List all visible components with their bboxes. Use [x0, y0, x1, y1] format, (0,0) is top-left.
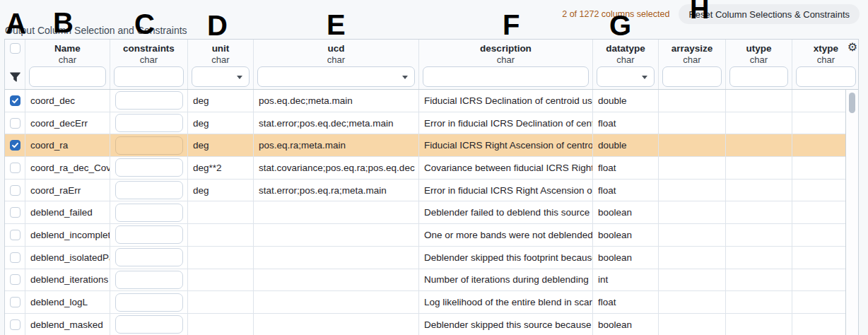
- column-type: char: [726, 54, 792, 66]
- column-label: unit: [188, 42, 253, 54]
- cell-xtype: [792, 201, 847, 223]
- table-row[interactable]: coord_ra_dec_Cov deg**2 stat.covariance;…: [5, 157, 847, 180]
- cell-arraysize: [659, 201, 726, 223]
- cell-description: Error in fiducial ICRS Declination of ce…: [419, 112, 593, 134]
- datatype-filter-dropdown[interactable]: [597, 66, 655, 87]
- column-header-ucd: ucd char: [254, 40, 419, 89]
- gear-icon[interactable]: ⚙: [846, 40, 859, 54]
- ucd-filter-dropdown[interactable]: [257, 66, 415, 87]
- cell-description: Error in fiducial ICRS Right Ascension o…: [419, 180, 593, 201]
- constraints-filter-input[interactable]: [114, 66, 184, 87]
- cell-name: deblend_isolatedParent: [25, 247, 110, 269]
- constraint-input[interactable]: [115, 158, 183, 177]
- scrollbar-thumb[interactable]: [849, 93, 855, 113]
- constraint-input[interactable]: [115, 204, 183, 222]
- column-type: char: [419, 54, 592, 66]
- utype-filter-input[interactable]: [729, 66, 788, 87]
- cell-utype: [726, 269, 792, 291]
- cell-constraints: [110, 90, 188, 112]
- cell-datatype: float: [593, 180, 659, 201]
- constraint-input[interactable]: [115, 181, 183, 199]
- filter-icon[interactable]: [9, 71, 21, 83]
- som-label-D: D: [207, 11, 228, 40]
- constraint-input[interactable]: [115, 248, 183, 266]
- column-type: char: [593, 54, 658, 66]
- cell-unit: [188, 314, 254, 335]
- cell-utype: [726, 201, 792, 223]
- cell-datatype: float: [593, 112, 659, 134]
- column-label: ucd: [254, 42, 418, 54]
- selected-count: 2 of 1272 columns selected: [562, 9, 669, 19]
- cell-unit: [188, 201, 254, 223]
- column-label: constraints: [110, 42, 187, 54]
- cell-unit: deg**2: [188, 157, 254, 179]
- cell-xtype: [792, 90, 847, 112]
- column-type: char: [110, 54, 187, 66]
- name-filter-input[interactable]: [29, 66, 106, 87]
- cell-datatype: double: [593, 90, 659, 112]
- column-label: arraysize: [659, 42, 725, 54]
- table-row[interactable]: deblend_masked Deblender skipped this so…: [5, 314, 847, 335]
- reset-column-selections-button[interactable]: Reset Column Selections & Constraints: [679, 4, 860, 24]
- constraint-input[interactable]: [115, 293, 183, 312]
- row-checkbox[interactable]: [10, 297, 20, 307]
- row-checkbox[interactable]: [10, 252, 20, 263]
- row-checkbox[interactable]: [10, 185, 20, 196]
- xtype-filter-input[interactable]: [796, 66, 856, 87]
- table-row[interactable]: deblend_logL Log likelihood of the entir…: [5, 291, 847, 314]
- cell-datatype: float: [593, 291, 659, 313]
- row-checkbox[interactable]: [10, 207, 20, 218]
- column-header-constraints: constraints char: [110, 40, 188, 89]
- cell-arraysize: [659, 157, 726, 179]
- cell-constraints: [110, 157, 188, 179]
- table-row[interactable]: deblend_incompleteData One or more bands…: [5, 224, 847, 247]
- cell-arraysize: [659, 247, 726, 269]
- row-checkbox[interactable]: [10, 163, 20, 173]
- som-label-E: E: [327, 11, 346, 39]
- column-header-datatype: datatype char: [593, 40, 659, 89]
- constraint-input[interactable]: [115, 225, 183, 244]
- table-row[interactable]: coord_ra deg pos.eq.ra;meta.main Fiducia…: [5, 134, 847, 157]
- cell-utype: [726, 224, 792, 246]
- table-row[interactable]: deblend_failed Deblender failed to deble…: [5, 201, 847, 224]
- table-row[interactable]: deblend_iterations Number of iterations …: [5, 269, 847, 292]
- row-checkbox[interactable]: [10, 95, 20, 106]
- row-checkbox[interactable]: [10, 319, 20, 330]
- row-checkbox[interactable]: [10, 140, 20, 151]
- cell-ucd: [254, 224, 419, 246]
- description-filter-input[interactable]: [423, 66, 589, 87]
- table-row[interactable]: coord_decErr deg stat.error;pos.eq.dec;m…: [5, 112, 847, 135]
- cell-arraysize: [659, 224, 726, 246]
- constraint-input[interactable]: [115, 91, 183, 110]
- table-row[interactable]: coord_dec deg pos.eq.dec;meta.main Fiduc…: [5, 90, 847, 112]
- cell-name: deblend_masked: [25, 314, 110, 335]
- cell-utype: [726, 247, 792, 269]
- cell-datatype: boolean: [593, 224, 659, 246]
- cell-name: deblend_logL: [25, 291, 110, 313]
- unit-filter-dropdown[interactable]: [192, 66, 250, 87]
- row-checkbox[interactable]: [10, 230, 20, 240]
- row-checkbox[interactable]: [10, 274, 20, 285]
- constraint-input[interactable]: [115, 114, 183, 132]
- cell-arraysize: [659, 112, 726, 134]
- cell-description: Covariance between fiducial ICRS Right A…: [419, 157, 593, 179]
- som-label-F: F: [503, 11, 520, 39]
- constraint-input[interactable]: [115, 315, 183, 334]
- column-type: char: [792, 54, 859, 66]
- table-row[interactable]: deblend_isolatedParent Deblender skipped…: [5, 247, 847, 269]
- cell-description: Fiducial ICRS Right Ascension of centroi…: [419, 134, 593, 156]
- constraint-input[interactable]: [115, 136, 183, 155]
- cell-constraints: [110, 134, 188, 156]
- column-selection-table: Name char constraints char unit char ucd…: [4, 39, 859, 335]
- table-body: coord_dec deg pos.eq.dec;meta.main Fiduc…: [5, 90, 847, 335]
- row-checkbox[interactable]: [10, 118, 20, 129]
- select-all-checkbox[interactable]: [10, 43, 20, 54]
- cell-arraysize: [659, 180, 726, 201]
- table-row[interactable]: coord_raErr deg stat.error;pos.eq.ra;met…: [5, 180, 847, 202]
- cell-unit: deg: [188, 112, 254, 134]
- vertical-scrollbar[interactable]: [845, 90, 858, 335]
- constraint-input[interactable]: [115, 271, 183, 289]
- column-header-utype: utype char: [726, 40, 792, 89]
- arraysize-filter-input[interactable]: [662, 66, 722, 87]
- cell-description: Deblender failed to deblend this source: [419, 201, 593, 223]
